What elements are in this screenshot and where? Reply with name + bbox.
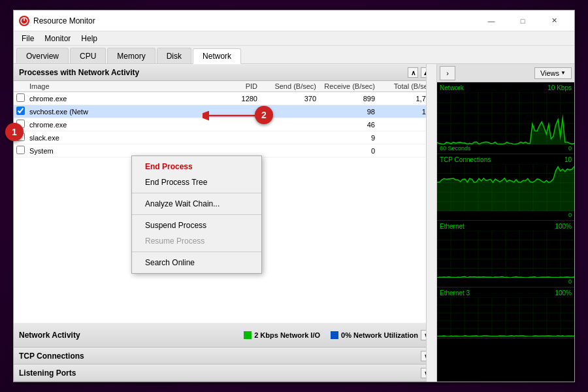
process-total-4: 11 — [375, 147, 434, 155]
graph-ethernet3-area — [437, 297, 574, 336]
graph-tcp-label: TCP Connections 10 — [437, 155, 574, 164]
net-stat-util: 0% Network Utilization — [331, 331, 418, 339]
processes-collapse-btn[interactable]: ∧ — [408, 67, 418, 78]
arrow-2 — [203, 106, 261, 125]
col-header-image[interactable]: Image — [29, 82, 218, 90]
tab-network[interactable]: Network — [193, 48, 241, 64]
graph-network-bottom: 60 Seconds 0 — [437, 144, 574, 152]
graph-network-area — [437, 92, 574, 144]
context-menu: End Process End Process Tree Analyze Wai… — [131, 155, 262, 274]
ctx-end-process[interactable]: End Process — [132, 159, 261, 174]
ctx-sep-3 — [132, 252, 261, 252]
maximize-button[interactable]: □ — [508, 10, 538, 31]
process-check-0[interactable] — [16, 93, 25, 102]
graph-ethernet: Ethernet 100% 0 — [437, 221, 574, 287]
process-recv-1: 98 — [316, 108, 375, 116]
resource-monitor-window: Resource Monitor — □ ✕ File Monitor Help… — [13, 10, 575, 382]
menu-monitor[interactable]: Monitor — [39, 33, 76, 44]
process-recv-0: 899 — [316, 95, 375, 103]
ctx-analyze-wait-chain[interactable]: Analyze Wait Chain... — [132, 196, 261, 212]
process-send-0: 370 — [257, 95, 316, 103]
net-io-dot — [244, 331, 252, 339]
app-icon — [19, 16, 29, 26]
col-header-receive[interactable]: Receive (B/sec) — [316, 82, 375, 90]
graph-ethernet-bottom: 0 — [437, 278, 574, 286]
processes-section-header[interactable]: Processes with Network Activity ∧ ▲ — [14, 64, 436, 81]
graph-tcp: TCP Connections 10 0 — [437, 154, 574, 221]
graph-network-title: Network — [440, 84, 464, 91]
graph-network-max: 10 Kbps — [547, 84, 572, 91]
right-panel: › Views ▼ Network 10 Kbps — [437, 64, 574, 382]
process-recv-2: 46 — [316, 121, 375, 129]
process-total-2: 46 — [375, 121, 434, 129]
graph-tcp-max: 10 — [564, 156, 572, 163]
network-activity-header[interactable]: Network Activity 2 Kbps Network I/O 0% N… — [14, 323, 436, 348]
col-header-pid[interactable]: PID — [218, 82, 257, 90]
ctx-end-process-tree[interactable]: End Process Tree — [132, 174, 261, 190]
graph-tcp-zero: 0 — [568, 212, 572, 218]
ctx-search-online[interactable]: Search Online — [132, 255, 261, 270]
graph-ethernet3-max: 100% — [555, 289, 572, 297]
net-stat-io: 2 Kbps Network I/O — [244, 331, 320, 339]
graph-ethernet-zero: 0 — [568, 278, 572, 285]
right-panel-header: › Views ▼ — [437, 64, 574, 82]
graph-network-seconds: 60 Seconds — [440, 145, 471, 152]
ctx-sep-2 — [132, 214, 261, 215]
main-content: Processes with Network Activity ∧ ▲ Imag… — [14, 64, 574, 382]
tab-bar: Overview CPU Memory Disk Network — [14, 46, 574, 64]
tab-disk[interactable]: Disk — [157, 48, 191, 63]
menu-file[interactable]: File — [16, 33, 39, 44]
network-activity-title: Network Activity — [19, 331, 80, 340]
menu-bar: File Monitor Help — [14, 31, 574, 46]
views-dropdown-icon: ▼ — [561, 70, 566, 76]
close-button[interactable]: ✕ — [539, 10, 569, 31]
views-label: Views — [540, 69, 559, 77]
col-header-total[interactable]: Total (B/sec) — [375, 82, 434, 90]
graph-ethernet-area — [437, 231, 574, 278]
net-io-label: 2 Kbps Network I/O — [254, 331, 320, 339]
listening-ports-header[interactable]: Listening Ports ∨ — [14, 365, 436, 382]
process-check-1[interactable] — [16, 106, 25, 115]
process-image-0: chrome.exe — [29, 95, 218, 103]
tcp-connections-header[interactable]: TCP Connections ∨ — [14, 348, 436, 365]
process-image-4: System — [29, 147, 218, 155]
graph-ethernet3-label: Ethernet 3 100% — [437, 289, 574, 297]
ctx-suspend-process[interactable]: Suspend Process — [132, 218, 261, 233]
ctx-resume-process: Resume Process — [132, 233, 261, 249]
process-total-1: 164 — [375, 108, 434, 116]
graph-ethernet-title: Ethernet — [440, 223, 465, 230]
process-total-0: 1,777 — [375, 95, 434, 103]
process-total-3: 18 — [375, 134, 434, 142]
process-recv-4: 0 — [316, 147, 375, 155]
annotation-1: 1 — [5, 123, 24, 141]
process-image-1: svchost.exe (Netw — [29, 108, 218, 116]
net-util-label: 0% Network Utilization — [341, 331, 418, 339]
graph-tcp-bottom: 0 — [437, 211, 574, 219]
graph-ethernet3-title: Ethernet 3 — [440, 289, 470, 297]
graph-network-zero: 0 — [568, 145, 572, 152]
table-header: Image PID Send (B/sec) Receive (B/sec) T… — [14, 81, 436, 92]
vertical-scrollbar[interactable] — [426, 64, 436, 382]
tab-cpu[interactable]: CPU — [70, 48, 106, 63]
net-util-dot — [331, 331, 338, 339]
tab-overview[interactable]: Overview — [16, 48, 69, 63]
graph-ethernet-label: Ethernet 100% — [437, 222, 574, 231]
process-row-3[interactable]: slack.exe 9 18 — [14, 131, 436, 144]
expand-btn[interactable]: › — [440, 66, 455, 80]
process-image-2: chrome.exe — [29, 121, 218, 129]
tcp-title: TCP Connections — [19, 351, 84, 361]
process-check-4[interactable] — [16, 146, 25, 154]
window-title: Resource Monitor — [33, 16, 476, 25]
graph-tcp-title: TCP Connections — [440, 156, 491, 163]
col-header-send[interactable]: Send (B/sec) — [257, 82, 316, 90]
tab-memory[interactable]: Memory — [107, 48, 155, 63]
views-button[interactable]: Views ▼ — [534, 67, 572, 79]
graph-network: Network 10 Kbps 60 Seconds 0 — [437, 82, 574, 154]
minimize-button[interactable]: — — [476, 10, 506, 31]
process-row-0[interactable]: chrome.exe 1280 370 899 1,777 — [14, 92, 436, 105]
listening-ports-title: Listening Ports — [19, 368, 76, 378]
process-recv-3: 9 — [316, 134, 375, 142]
annotation-2: 2 — [255, 106, 273, 124]
menu-help[interactable]: Help — [76, 33, 103, 44]
graph-ethernet-max: 100% — [555, 223, 572, 230]
